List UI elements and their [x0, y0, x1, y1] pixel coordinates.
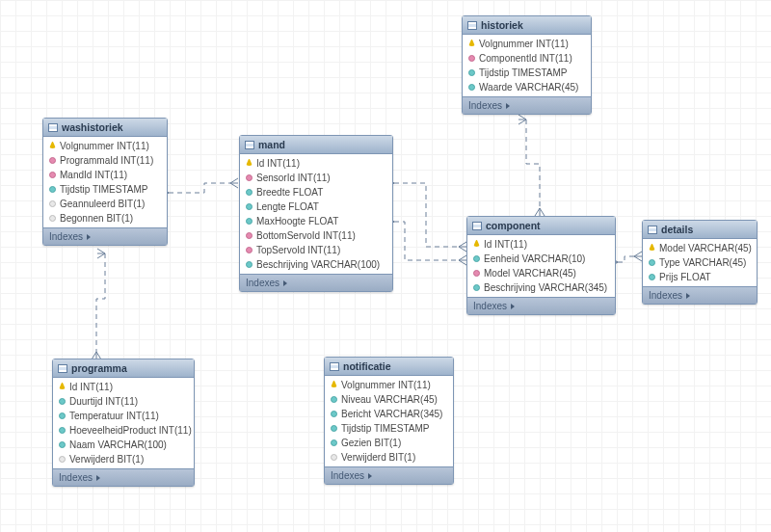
- column-row[interactable]: SensorId INT(11): [240, 171, 392, 185]
- chevron-right-icon: [506, 103, 510, 109]
- column-label: Gezien BIT(1): [341, 438, 401, 448]
- column-row[interactable]: Verwijderd BIT(1): [53, 452, 194, 466]
- indexes-section[interactable]: Indexes: [53, 468, 194, 486]
- column-list: Id INT(11)SensorId INT(11)Breedte FLOATL…: [240, 154, 392, 274]
- entity-header[interactable]: historiek: [463, 16, 591, 35]
- column-row[interactable]: Prijs FLOAT: [643, 270, 757, 284]
- chevron-right-icon: [283, 280, 287, 286]
- entity-header[interactable]: component: [467, 217, 615, 235]
- column-row[interactable]: Id INT(11): [53, 380, 194, 394]
- column-row[interactable]: HoeveelheidProduct INT(11): [53, 423, 194, 438]
- column-row[interactable]: Volgnummer INT(11): [325, 378, 453, 392]
- column-row[interactable]: ComponentId INT(11): [463, 51, 591, 66]
- column-label: Naam VARCHAR(100): [69, 439, 167, 450]
- column-label: Model VARCHAR(45): [484, 268, 576, 279]
- column-label: Beschrijving VARCHAR(345): [484, 282, 607, 293]
- column-row[interactable]: Gezien BIT(1): [325, 436, 453, 450]
- column-row[interactable]: Niveau VARCHAR(45): [325, 392, 453, 407]
- column-label: Niveau VARCHAR(45): [341, 394, 438, 405]
- column-label: Beschrijving VARCHAR(100): [256, 259, 380, 270]
- column-row[interactable]: MandId INT(11): [43, 168, 167, 182]
- column-type-icon: [468, 69, 475, 76]
- column-row[interactable]: Verwijderd BIT(1): [325, 450, 453, 465]
- entity-component[interactable]: componentId INT(11)Eenheid VARCHAR(10)Mo…: [466, 216, 616, 315]
- column-row[interactable]: Eenheid VARCHAR(10): [467, 252, 615, 266]
- indexes-section[interactable]: Indexes: [43, 227, 167, 245]
- column-row[interactable]: Tijdstip TIMESTAMP: [325, 421, 453, 436]
- indexes-label: Indexes: [473, 301, 507, 311]
- column-label: Tijdstip TIMESTAMP: [60, 184, 148, 195]
- column-row[interactable]: Lengte FLOAT: [240, 200, 392, 214]
- indexes-section[interactable]: Indexes: [463, 96, 591, 114]
- column-row[interactable]: ProgrammaId INT(11): [43, 153, 167, 168]
- column-row[interactable]: Waarde VARCHAR(45): [463, 80, 591, 94]
- column-type-icon: [59, 456, 66, 463]
- indexes-section[interactable]: Indexes: [643, 286, 757, 304]
- table-icon: [467, 21, 477, 30]
- entity-washistoriek[interactable]: washistoriekVolgnummer INT(11)ProgrammaI…: [42, 118, 168, 246]
- column-row[interactable]: Naam VARCHAR(100): [53, 438, 194, 452]
- entity-details[interactable]: detailsModel VARCHAR(45)Type VARCHAR(45)…: [642, 220, 758, 305]
- column-row[interactable]: Beschrijving VARCHAR(100): [240, 257, 392, 272]
- column-label: Id INT(11): [484, 239, 527, 250]
- column-label: Type VARCHAR(45): [659, 257, 746, 268]
- column-label: Breedte FLOAT: [256, 187, 323, 198]
- indexes-section[interactable]: Indexes: [325, 466, 453, 484]
- column-label: Temperatuur INT(11): [69, 411, 159, 421]
- column-row[interactable]: Tijdstip TIMESTAMP: [463, 66, 591, 80]
- column-label: MaxHoogte FLOAT: [256, 216, 338, 226]
- column-label: ProgrammaId INT(11): [60, 155, 153, 166]
- column-row[interactable]: Volgnummer INT(11): [463, 37, 591, 51]
- column-label: Bericht VARCHAR(345): [341, 409, 442, 419]
- column-label: BottomServoId INT(11): [256, 230, 356, 241]
- column-row[interactable]: MaxHoogte FLOAT: [240, 214, 392, 228]
- table-icon: [58, 364, 67, 373]
- entity-programma[interactable]: programmaId INT(11)Duurtijd INT(11)Tempe…: [52, 359, 195, 487]
- column-row[interactable]: Duurtijd INT(11): [53, 394, 194, 409]
- column-row[interactable]: Model VARCHAR(45): [467, 266, 615, 280]
- indexes-label: Indexes: [246, 278, 279, 288]
- column-row[interactable]: Breedte FLOAT: [240, 185, 392, 200]
- column-type-icon: [246, 218, 253, 225]
- column-type-icon: [649, 274, 655, 280]
- indexes-label: Indexes: [331, 470, 364, 481]
- column-row[interactable]: Geannuleerd BIT(1): [43, 197, 167, 211]
- indexes-section[interactable]: Indexes: [240, 274, 392, 291]
- column-list: Id INT(11)Eenheid VARCHAR(10)Model VARCH…: [467, 235, 615, 297]
- column-row[interactable]: Bericht VARCHAR(345): [325, 407, 453, 421]
- entity-mand[interactable]: mandId INT(11)SensorId INT(11)Breedte FL…: [239, 135, 393, 292]
- column-type-icon: [59, 427, 66, 434]
- column-label: Verwijderd BIT(1): [341, 452, 415, 463]
- indexes-section[interactable]: Indexes: [467, 297, 615, 314]
- column-row[interactable]: Tijdstip TIMESTAMP: [43, 182, 167, 197]
- column-label: HoeveelheidProduct INT(11): [69, 425, 192, 436]
- column-type-icon: [59, 412, 66, 419]
- column-row[interactable]: Volgnummer INT(11): [43, 139, 167, 153]
- column-label: Volgnummer INT(11): [341, 380, 431, 390]
- entity-header[interactable]: washistoriek: [43, 119, 167, 137]
- column-row[interactable]: Begonnen BIT(1): [43, 211, 167, 226]
- entity-notificatie[interactable]: notificatieVolgnummer INT(11)Niveau VARC…: [324, 357, 454, 485]
- column-label: Duurtijd INT(11): [69, 396, 138, 407]
- entity-header[interactable]: details: [643, 221, 757, 239]
- entity-historiek[interactable]: historiekVolgnummer INT(11)ComponentId I…: [462, 15, 592, 115]
- entity-header[interactable]: notificatie: [325, 358, 453, 376]
- entity-header[interactable]: programma: [53, 359, 194, 378]
- column-type-icon: [649, 259, 655, 266]
- column-type-icon: [49, 186, 56, 193]
- column-row[interactable]: Beschrijving VARCHAR(345): [467, 280, 615, 295]
- chevron-right-icon: [368, 473, 372, 479]
- column-row[interactable]: Temperatuur INT(11): [53, 409, 194, 423]
- column-list: Volgnummer INT(11)Niveau VARCHAR(45)Beri…: [325, 376, 453, 466]
- column-type-icon: [473, 270, 480, 277]
- entity-header[interactable]: mand: [240, 136, 392, 154]
- column-label: Model VARCHAR(45): [659, 243, 752, 253]
- column-row[interactable]: Id INT(11): [240, 156, 392, 171]
- column-row[interactable]: BottomServoId INT(11): [240, 228, 392, 243]
- column-row[interactable]: Type VARCHAR(45): [643, 255, 757, 270]
- column-row[interactable]: Id INT(11): [467, 237, 615, 252]
- column-row[interactable]: TopServoId INT(11): [240, 243, 392, 257]
- column-type-icon: [49, 172, 56, 178]
- column-row[interactable]: Model VARCHAR(45): [643, 241, 757, 255]
- column-list: Model VARCHAR(45)Type VARCHAR(45)Prijs F…: [643, 239, 757, 286]
